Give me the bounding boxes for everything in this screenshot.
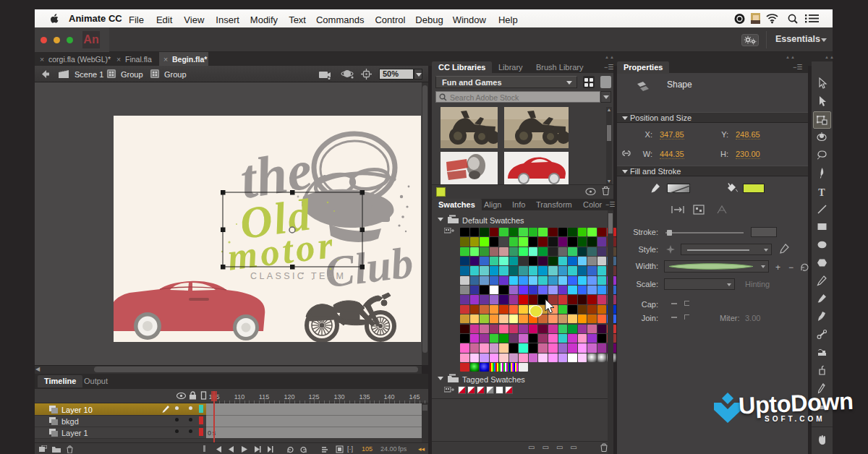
svg-text:CLASSIC TEAM: CLASSIC TEAM	[250, 271, 346, 281]
